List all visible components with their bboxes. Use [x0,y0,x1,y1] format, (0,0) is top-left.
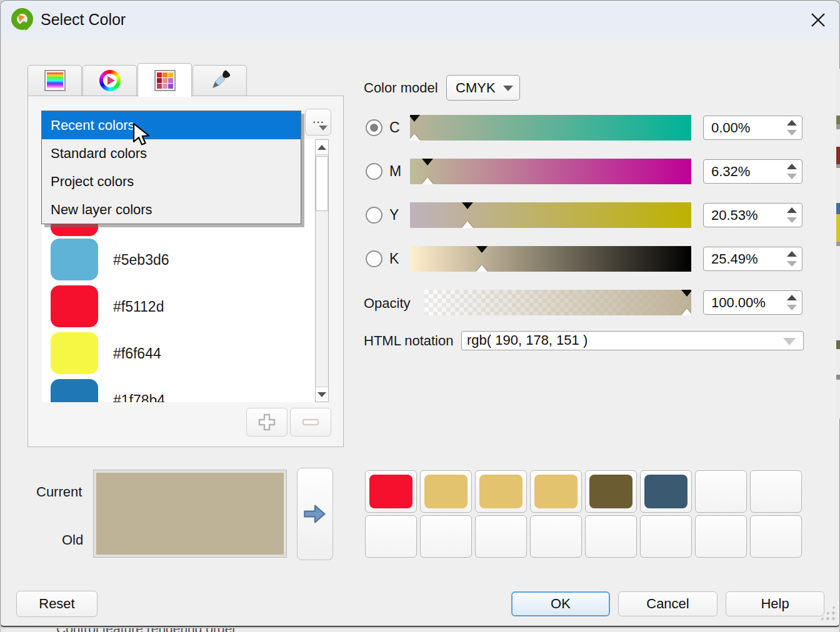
tab-color-swatches[interactable] [138,63,192,97]
scroll-down-button[interactable] [316,387,328,402]
color-swatch [51,332,98,374]
swatch-cell[interactable] [475,470,527,513]
swatch-cell[interactable] [530,515,582,558]
channel-k-radio[interactable] [366,250,382,267]
chevron-down-icon [503,86,513,91]
html-notation-input[interactable] [461,331,804,350]
swatch-cell[interactable] [365,515,417,558]
spin-up-icon[interactable] [787,207,797,213]
channel-c-slider[interactable] [410,115,691,141]
color-swatches-icon [154,70,176,91]
swatch-cell[interactable] [365,470,417,513]
swatch-cell[interactable] [420,470,472,513]
channel-c-spinbox[interactable]: 0.00% [703,116,802,140]
swatch-grid [365,470,802,558]
channel-y-radio[interactable] [366,207,382,224]
swatch-cell[interactable] [750,470,802,513]
old-label: Old [62,532,83,548]
tab-color-picker[interactable] [192,65,247,96]
channel-k-slider[interactable] [410,246,691,272]
tab-color-wheel[interactable] [82,65,137,96]
current-old-color [96,473,284,555]
spin-up-icon[interactable] [787,120,797,126]
qgis-logo-icon [11,8,35,32]
channel-m-value: 6.32% [704,160,782,183]
list-item[interactable]: #f6f644 [42,332,315,374]
swatch-cell[interactable] [420,515,472,558]
swatch-cell[interactable] [640,470,692,513]
close-icon[interactable] [807,9,829,31]
swatch-color [424,475,468,508]
opacity-gradient [424,290,691,315]
spin-down-icon[interactable] [787,174,797,179]
add-to-swatches-button[interactable] [297,468,333,560]
ok-button[interactable]: OK [511,591,610,616]
minus-icon [300,412,321,433]
channel-y-slider[interactable] [410,202,691,228]
cancel-button[interactable]: Cancel [618,591,718,616]
down-arrow-icon [318,392,326,397]
channel-c-label: C [389,119,400,136]
opacity-spinbox[interactable]: 100.00% [703,290,802,315]
color-hex-label: #1f78b4 [113,392,165,402]
help-button[interactable]: Help [726,591,824,616]
up-arrow-icon [318,145,326,150]
swatch-cell[interactable] [640,515,692,558]
eyedropper-icon [209,69,231,92]
swatch-cell[interactable] [585,515,637,558]
color-hex-label: #f6f644 [113,345,161,362]
swatch-cell[interactable] [475,515,527,558]
color-wheel-icon [99,70,121,91]
select-color-dialog: Select Color [0,0,840,627]
swatch-source-dropdown: Recent colors Standard colors Project co… [41,111,301,224]
channel-m-spinbox[interactable]: 6.32% [703,159,802,184]
channel-k-value: 25.49% [704,247,782,270]
swatch-cell[interactable] [695,515,747,558]
color-model-select[interactable]: CMYK [446,75,520,101]
list-item[interactable]: #5eb3d6 [42,239,315,280]
channel-c-radio[interactable] [366,119,382,136]
swatch-cell[interactable] [695,470,747,513]
swatch-color [369,475,412,508]
spin-down-icon[interactable] [787,261,797,267]
scrollbar-thumb[interactable] [316,156,328,211]
screen: Select Color [0,0,840,632]
color-model-value: CMYK [456,80,496,96]
swatch-menu-button[interactable]: … [305,109,331,136]
dialog-title: Select Color [41,11,126,29]
channel-m-slider[interactable] [410,159,691,184]
scroll-up-button[interactable] [316,140,328,155]
swatch-cell[interactable] [585,470,637,513]
tab-color-ramp[interactable] [28,65,82,96]
plus-icon [256,412,278,433]
channel-m-label: M [389,163,401,180]
channel-c-value: 0.00% [704,116,782,139]
add-color-button[interactable] [246,408,288,437]
dropdown-option-standard-colors[interactable]: Standard colors [42,139,301,167]
dropdown-option-new-layer-colors[interactable]: New layer colors [42,195,301,224]
color-hex-label: #5eb3d6 [113,251,169,268]
spin-up-icon[interactable] [787,251,797,257]
dropdown-option-recent-colors[interactable]: Recent colors [42,111,301,139]
color-swatch[interactable] [51,224,98,236]
list-scrollbar[interactable] [315,139,329,402]
list-item[interactable]: #1f78b4 [42,379,315,402]
chevron-down-icon [783,338,796,345]
spin-down-icon[interactable] [787,305,797,310]
spin-up-icon[interactable] [787,295,797,300]
channel-m-radio[interactable] [366,163,382,180]
reset-button[interactable]: Reset [16,591,98,617]
channel-y-spinbox[interactable]: 20.53% [703,203,802,227]
list-item[interactable]: #f5112d [42,285,315,327]
opacity-slider[interactable] [424,290,691,315]
spin-down-icon[interactable] [787,130,797,136]
swatch-color [589,475,632,508]
channel-k-spinbox[interactable]: 25.49% [703,247,802,271]
swatch-cell[interactable] [530,470,582,513]
swatch-color [479,475,522,508]
swatch-cell[interactable] [750,515,802,558]
dropdown-option-project-colors[interactable]: Project colors [42,167,301,195]
spin-down-icon[interactable] [787,217,797,223]
spin-up-icon[interactable] [787,164,797,169]
remove-color-button[interactable] [290,408,331,437]
